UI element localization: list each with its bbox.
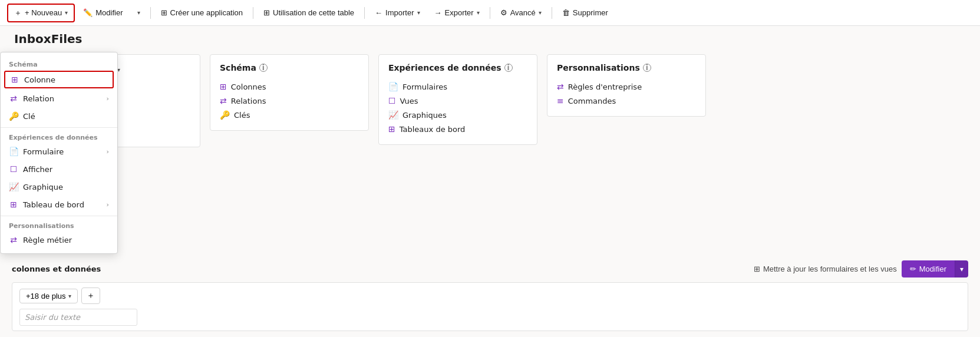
update-icon: ⊞ — [754, 265, 760, 273]
add-column-button[interactable]: ＋ — [81, 288, 100, 304]
formulaires-label: Formulaires — [402, 82, 447, 91]
graphique-item-icon: 📈 — [9, 182, 18, 191]
regle-metier-item-icon: ⇄ — [9, 235, 18, 245]
modifier-button-group: ✏ Modifier ▾ — [902, 260, 968, 277]
relation-menu-item[interactable]: ⇄ Relation › — [1, 90, 117, 107]
export-icon: → — [434, 8, 442, 17]
creer-app-button[interactable]: ⊞ Créer une application — [155, 5, 249, 20]
tableau-bord-item-left: ⊞ Tableau de bord — [9, 200, 84, 209]
plus-icon: ＋ — [14, 8, 22, 18]
tableau-de-bord-item-label: Tableau de bord — [23, 200, 84, 209]
formulaire-menu-item[interactable]: 📄 Formulaire › — [1, 143, 117, 160]
afficher-item-left: ☐ Afficher — [9, 164, 52, 174]
formulaires-link[interactable]: 📄 Formulaires — [388, 80, 527, 94]
data-table-area: +18 de plus ▾ ＋ Saisir du texte — [12, 282, 968, 331]
main-toolbar: ＋ + Nouveau ▾ ✏️ Modifier ▾ ⊞ Créer une … — [0, 0, 980, 26]
cles-link[interactable]: 🔑 Clés — [220, 108, 359, 122]
regle-metier-item-left: ⇄ Règle métier — [9, 235, 72, 245]
personalizations-header-label: Personnalisations — [557, 63, 640, 72]
pencil-icon: ✏ — [910, 265, 916, 273]
cles-icon: 🔑 — [220, 110, 230, 120]
nouveau-button[interactable]: ＋ + Nouveau ▾ — [7, 4, 75, 22]
personalizations-header: Personnalisations i — [557, 63, 696, 72]
graphiques-icon: 📈 — [388, 110, 398, 120]
schema-info-icon: i — [259, 64, 268, 72]
formulaires-icon: 📄 — [388, 82, 398, 91]
supprimer-button[interactable]: 🗑 Supprimer — [556, 5, 614, 20]
more-label: +18 de plus — [26, 292, 66, 300]
cles-label: Clés — [234, 111, 250, 120]
avance-button[interactable]: ⚙ Avancé ▾ — [494, 5, 547, 20]
regle-metier-item-label: Règle métier — [23, 236, 72, 245]
text-input-placeholder: Saisir du texte — [19, 309, 137, 326]
modifier-dropdown-arrow[interactable]: ▾ — [955, 260, 968, 277]
plus-col-icon: ＋ — [87, 290, 95, 300]
importer-button[interactable]: ← Importer ▾ — [369, 5, 425, 20]
schema-panel: Schéma i ⊞ Colonnes ⇄ Relations 🔑 Clés — [210, 54, 369, 131]
cle-item-icon: 🔑 — [9, 111, 18, 121]
cle-item-label: Clé — [23, 112, 35, 121]
exporter-chevron-icon: ▾ — [477, 9, 480, 16]
data-table-toolbar: +18 de plus ▾ ＋ — [19, 288, 961, 304]
vues-link[interactable]: ☐ Vues — [388, 94, 527, 108]
regle-metier-menu-item[interactable]: ⇄ Règle métier — [1, 231, 117, 249]
modifier-arrow-icon: ▾ — [960, 265, 963, 273]
relations-link[interactable]: ⇄ Relations — [220, 94, 359, 108]
colonnes-link[interactable]: ⊞ Colonnes — [220, 80, 359, 94]
modifier-toolbar-label: Modifier — [95, 8, 123, 17]
afficher-item-label: Afficher — [23, 165, 52, 174]
divider-5 — [552, 7, 552, 19]
table-icon: ⊞ — [263, 8, 270, 17]
settings-icon: ⚙ — [500, 8, 507, 17]
colonnes-label: Colonnes — [231, 82, 266, 91]
tableaux-bord-icon: ⊞ — [388, 124, 395, 134]
colonne-menu-item[interactable]: ⊞ Colonne — [4, 71, 114, 88]
dropdown-divider-2 — [1, 216, 117, 216]
relation-item-label: Relation — [23, 94, 54, 103]
outils-chevron-icon: ▾ — [117, 67, 120, 73]
modifier-toolbar-button[interactable]: ✏️ Modifier — [77, 5, 128, 20]
divider-4 — [490, 7, 490, 19]
more-columns-button[interactable]: +18 de plus ▾ — [19, 289, 78, 303]
data-section-header: colonnes et données ⊞ Mettre à jour les … — [12, 260, 968, 277]
personalizations-info-icon: i — [643, 64, 651, 72]
supprimer-label: Supprimer — [573, 8, 608, 17]
colonne-item-label: Colonne — [24, 75, 55, 84]
formulaire-chevron-icon: › — [107, 148, 109, 156]
exporter-button[interactable]: → Exporter ▾ — [428, 5, 486, 20]
commandes-link[interactable]: ≡ Commandes — [557, 94, 696, 108]
nouveau-label: + Nouveau — [25, 8, 62, 17]
modifier-label: Modifier — [919, 265, 946, 273]
afficher-menu-item[interactable]: ☐ Afficher — [1, 160, 117, 178]
utilisation-label: Utilisation de cette table — [273, 8, 354, 17]
personalizations-panel: Personnalisations i ⇄ Règles d'entrepris… — [547, 54, 706, 117]
colonnes-icon: ⊞ — [220, 82, 227, 91]
modifier-dropdown-button[interactable]: ▾ — [131, 6, 146, 19]
tableau-bord-menu-item[interactable]: ⊞ Tableau de bord › — [1, 196, 117, 213]
relation-chevron-icon: › — [107, 95, 109, 103]
graphiques-link[interactable]: 📈 Graphiques — [388, 108, 527, 122]
regles-entreprise-link[interactable]: ⇄ Règles d'entreprise — [557, 80, 696, 94]
graphique-item-label: Graphique — [23, 183, 63, 191]
personnalisations-section-label: Personnalisations — [1, 219, 117, 231]
modifier-main-button[interactable]: ✏ Modifier — [902, 260, 955, 277]
relation-item-left: ⇄ Relation — [9, 94, 54, 103]
page-header: InboxFiles — [0, 26, 980, 49]
experiences-header: Expériences de données i — [388, 63, 527, 72]
update-formulaires-button[interactable]: ⊞ Mettre à jour les formulaires et les v… — [754, 265, 897, 273]
graphique-menu-item[interactable]: 📈 Graphique — [1, 178, 117, 196]
divider-2 — [253, 7, 253, 19]
tableaux-bord-link[interactable]: ⊞ Tableaux de bord — [388, 122, 527, 136]
more-chevron-icon: ▾ — [68, 293, 71, 299]
utilisation-button[interactable]: ⊞ Utilisation de cette table — [258, 5, 360, 20]
relations-icon: ⇄ — [220, 96, 227, 105]
experiences-panel: Expériences de données i 📄 Formulaires ☐… — [378, 54, 537, 145]
formulaire-item-left: 📄 Formulaire — [9, 147, 64, 156]
relation-item-icon: ⇄ — [9, 94, 18, 103]
data-section: colonnes et données ⊞ Mettre à jour les … — [0, 260, 980, 337]
cle-menu-item[interactable]: 🔑 Clé — [1, 107, 117, 125]
divider-3 — [364, 7, 365, 19]
relations-label: Relations — [231, 97, 266, 105]
regles-entreprise-label: Règles d'entreprise — [568, 82, 642, 91]
main-content: InboxFiles ⚙ Propriétés 🗓 Outils ▾ Colon… — [0, 26, 980, 337]
